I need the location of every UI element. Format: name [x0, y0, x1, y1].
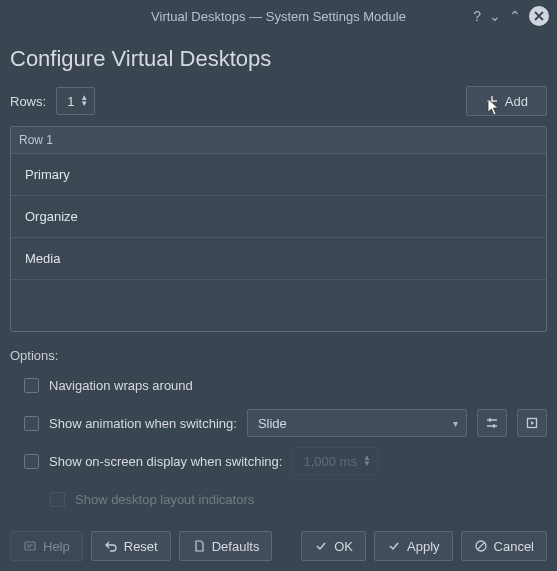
- help-icon[interactable]: ?: [473, 8, 481, 24]
- nav-wraps-checkbox[interactable]: [24, 378, 39, 393]
- apply-button[interactable]: Apply: [374, 531, 453, 561]
- add-button[interactable]: Add: [466, 86, 547, 116]
- animation-value: Slide: [258, 416, 287, 431]
- help-icon: [23, 539, 37, 553]
- cancel-button[interactable]: Cancel: [461, 531, 547, 561]
- desktop-name: Primary: [25, 167, 70, 182]
- document-icon: [192, 539, 206, 553]
- show-layout-indicators-label: Show desktop layout indicators: [75, 492, 254, 507]
- cancel-icon: [474, 539, 488, 553]
- button-bar: Help Reset Defaults OK Apply Cancel: [10, 531, 547, 561]
- check-icon: [387, 539, 401, 553]
- animation-combobox[interactable]: Slide ▾: [247, 409, 467, 437]
- row-header: Row 1: [11, 127, 546, 154]
- show-osd-checkbox[interactable]: [24, 454, 39, 469]
- chevron-down-icon: ▾: [453, 418, 458, 429]
- desktops-list: Row 1 Primary Organize Media: [10, 126, 547, 332]
- show-animation-checkbox[interactable]: [24, 416, 39, 431]
- maximize-icon[interactable]: ⌃: [509, 8, 521, 24]
- check-icon: [314, 539, 328, 553]
- osd-duration-spinbox: 1,000 ms ▲▼: [292, 447, 377, 475]
- rows-value: 1: [67, 94, 74, 109]
- nav-wraps-label: Navigation wraps around: [49, 378, 193, 393]
- desktop-name: Organize: [25, 209, 78, 224]
- close-icon: [532, 9, 546, 23]
- spinbox-arrows-icon: ▲▼: [363, 455, 371, 467]
- undo-icon: [104, 539, 118, 553]
- show-osd-label: Show on-screen display when switching:: [49, 454, 282, 469]
- list-item[interactable]: Media: [11, 238, 546, 280]
- minimize-icon[interactable]: ⌄: [489, 8, 501, 24]
- animation-preview-button[interactable]: [517, 409, 547, 437]
- osd-duration-value: 1,000 ms: [303, 454, 356, 469]
- rows-label: Rows:: [10, 94, 46, 109]
- show-layout-indicators-checkbox: [50, 492, 65, 507]
- list-item[interactable]: Organize: [11, 196, 546, 238]
- close-button[interactable]: [529, 6, 549, 26]
- animation-settings-button[interactable]: [477, 409, 507, 437]
- spinbox-arrows-icon[interactable]: ▲▼: [80, 95, 88, 107]
- reset-button[interactable]: Reset: [91, 531, 171, 561]
- plus-icon: [485, 94, 499, 108]
- list-item[interactable]: Primary: [11, 154, 546, 196]
- page-title: Configure Virtual Desktops: [10, 46, 547, 72]
- sliders-icon: [485, 416, 499, 430]
- defaults-button[interactable]: Defaults: [179, 531, 273, 561]
- rows-spinbox[interactable]: 1 ▲▼: [56, 87, 95, 115]
- add-button-label: Add: [505, 94, 528, 109]
- help-button[interactable]: Help: [10, 531, 83, 561]
- ok-button[interactable]: OK: [301, 531, 366, 561]
- svg-rect-1: [25, 542, 35, 550]
- titlebar: Virtual Desktops — System Settings Modul…: [0, 0, 557, 32]
- preview-icon: [525, 416, 539, 430]
- desktop-name: Media: [25, 251, 60, 266]
- window-title: Virtual Desktops — System Settings Modul…: [151, 9, 406, 24]
- options-section-label: Options:: [10, 348, 547, 363]
- show-animation-label: Show animation when switching:: [49, 416, 237, 431]
